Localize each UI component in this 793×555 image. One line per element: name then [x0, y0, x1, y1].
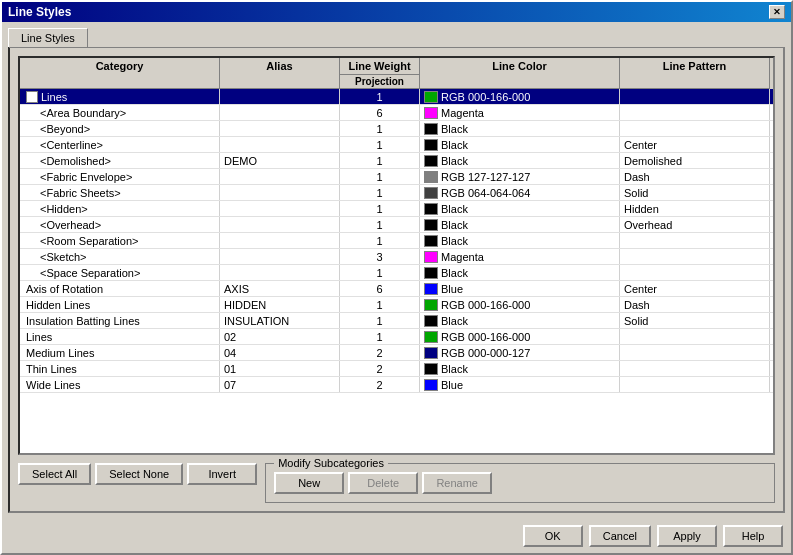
cell-alias [220, 169, 340, 184]
cell-color[interactable]: Black [420, 121, 620, 136]
table-row[interactable]: <Hidden>1BlackHidden [20, 201, 773, 217]
cell-color[interactable]: Black [420, 201, 620, 216]
table-row[interactable]: <Fabric Sheets>1RGB 064-064-064Solid [20, 185, 773, 201]
cell-weight: 1 [340, 201, 420, 216]
table-row[interactable]: Insulation Batting LinesINSULATION1Black… [20, 313, 773, 329]
cell-weight: 2 [340, 345, 420, 360]
cell-color[interactable]: Black [420, 217, 620, 232]
color-label: Blue [441, 283, 463, 295]
cell-alias [220, 233, 340, 248]
cell-color[interactable]: Black [420, 265, 620, 280]
table-row[interactable]: <Overhead>1BlackOverhead [20, 217, 773, 233]
color-swatch [424, 251, 438, 263]
color-label: Black [441, 235, 468, 247]
cell-pattern [620, 121, 770, 136]
cell-category: Wide Lines [20, 377, 220, 392]
table-row[interactable]: <Demolished>DEMO1BlackDemolished [20, 153, 773, 169]
table-row[interactable]: Hidden LinesHIDDEN1RGB 000-166-000Dash [20, 297, 773, 313]
cell-weight: 1 [340, 297, 420, 312]
cell-alias: AXIS [220, 281, 340, 296]
color-label: Black [441, 155, 468, 167]
cell-color[interactable]: RGB 000-166-000 [420, 329, 620, 344]
table-row[interactable]: <Area Boundary>6Magenta [20, 105, 773, 121]
line-weight-label: Line Weight [340, 58, 419, 75]
cell-alias [220, 265, 340, 280]
select-all-button[interactable]: Select All [18, 463, 91, 485]
cell-color[interactable]: Black [420, 153, 620, 168]
close-button[interactable]: ✕ [769, 5, 785, 19]
table-row[interactable]: Thin Lines012Black [20, 361, 773, 377]
cell-category: Axis of Rotation [20, 281, 220, 296]
cancel-button[interactable]: Cancel [589, 525, 651, 547]
cell-weight: 1 [340, 265, 420, 280]
table-row[interactable]: <Sketch>3Magenta [20, 249, 773, 265]
cell-color[interactable]: RGB 000-166-000 [420, 297, 620, 312]
cell-pattern: Overhead [620, 217, 770, 232]
table-header: Category Alias Line Weight Projection Li… [20, 58, 773, 89]
cell-pattern [620, 249, 770, 264]
table-row[interactable]: Axis of RotationAXIS6BlueCenter [20, 281, 773, 297]
cell-weight: 1 [340, 329, 420, 344]
cell-category: <Hidden> [20, 201, 220, 216]
help-button[interactable]: Help [723, 525, 783, 547]
color-label: Black [441, 219, 468, 231]
table-row[interactable]: <Room Separation>1Black [20, 233, 773, 249]
cell-category: Hidden Lines [20, 297, 220, 312]
cell-color[interactable]: Black [420, 313, 620, 328]
modify-subcategories-group: Modify Subcategories New Delete Rename [265, 463, 775, 503]
cell-category: Thin Lines [20, 361, 220, 376]
cell-color[interactable]: RGB 000-000-127 [420, 345, 620, 360]
cell-color[interactable]: Magenta [420, 249, 620, 264]
delete-button[interactable]: Delete [348, 472, 418, 494]
cell-alias [220, 121, 340, 136]
cell-color[interactable]: RGB 064-064-064 [420, 185, 620, 200]
col-line-color: Line Color [420, 58, 620, 89]
table-row[interactable]: <Centerline>1BlackCenter [20, 137, 773, 153]
color-swatch [424, 267, 438, 279]
table-container: Category Alias Line Weight Projection Li… [18, 56, 775, 455]
cell-weight: 1 [340, 185, 420, 200]
apply-button[interactable]: Apply [657, 525, 717, 547]
table-row[interactable]: <Beyond>1Black [20, 121, 773, 137]
cell-category: <Beyond> [20, 121, 220, 136]
cell-pattern: Dash [620, 297, 770, 312]
cell-color[interactable]: RGB 000-166-000 [420, 89, 620, 104]
cell-color[interactable]: RGB 127-127-127 [420, 169, 620, 184]
table-scroll[interactable]: −Lines1RGB 000-166-000<Area Boundary>6Ma… [20, 89, 773, 453]
select-none-button[interactable]: Select None [95, 463, 183, 485]
table-row[interactable]: Wide Lines072Blue [20, 377, 773, 393]
cell-alias [220, 249, 340, 264]
cell-pattern [620, 105, 770, 120]
cell-weight: 1 [340, 233, 420, 248]
rename-button[interactable]: Rename [422, 472, 492, 494]
cell-color[interactable]: Black [420, 361, 620, 376]
cell-weight: 1 [340, 137, 420, 152]
cell-color[interactable]: Black [420, 137, 620, 152]
window-title: Line Styles [8, 5, 71, 19]
color-label: RGB 127-127-127 [441, 171, 530, 183]
color-label: Black [441, 267, 468, 279]
invert-button[interactable]: Invert [187, 463, 257, 485]
table-row[interactable]: <Space Separation>1Black [20, 265, 773, 281]
ok-button[interactable]: OK [523, 525, 583, 547]
table-row[interactable]: Medium Lines042RGB 000-000-127 [20, 345, 773, 361]
color-label: Black [441, 203, 468, 215]
new-button[interactable]: New [274, 472, 344, 494]
cell-color[interactable]: Black [420, 233, 620, 248]
cell-color[interactable]: Blue [420, 377, 620, 392]
cell-alias: HIDDEN [220, 297, 340, 312]
expand-btn[interactable]: − [26, 91, 38, 103]
table-row[interactable]: Lines021RGB 000-166-000 [20, 329, 773, 345]
cell-weight: 1 [340, 89, 420, 104]
cell-pattern [620, 265, 770, 280]
tab-line-styles[interactable]: Line Styles [8, 28, 88, 47]
color-swatch [424, 203, 438, 215]
cell-color[interactable]: Blue [420, 281, 620, 296]
table-row[interactable]: <Fabric Envelope>1RGB 127-127-127Dash [20, 169, 773, 185]
color-swatch [424, 299, 438, 311]
cell-alias: DEMO [220, 153, 340, 168]
table-row[interactable]: −Lines1RGB 000-166-000 [20, 89, 773, 105]
cell-color[interactable]: Magenta [420, 105, 620, 120]
col-category: Category [20, 58, 220, 89]
cell-weight: 1 [340, 169, 420, 184]
